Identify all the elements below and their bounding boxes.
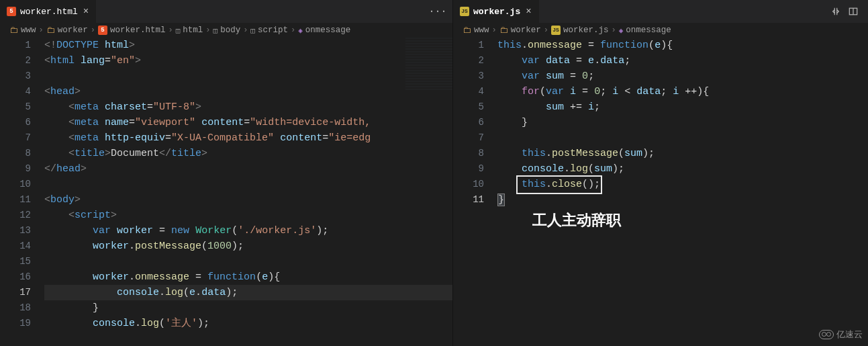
folder-icon: 🗀 (499, 26, 508, 36)
tab-label: worker.html (20, 7, 78, 17)
crumb[interactable]: worker (511, 26, 541, 35)
watermark-text: 亿速云 (836, 329, 863, 341)
crumb[interactable]: body (220, 26, 240, 35)
crumb[interactable]: html (183, 26, 203, 35)
chevron-right-icon: › (91, 26, 95, 35)
symbol-icon: ◫ (250, 26, 255, 35)
tab-actions: ··· (428, 0, 447, 23)
tab-label: worker.js (473, 7, 520, 17)
minimap[interactable] (405, 38, 452, 91)
code-editor[interactable]: 1234 5678 9101112 13141516 171819 <!DOCT… (0, 38, 452, 346)
breadcrumbs[interactable]: 🗀 www › 🗀 worker › JS worker.js › ◈ onme… (453, 23, 868, 38)
chevron-right-icon: › (492, 26, 497, 35)
annotation-label: 工人主动辞职 (532, 212, 621, 228)
chevron-right-icon: › (205, 26, 210, 35)
tab-actions (826, 0, 863, 23)
crumb[interactable]: worker.js (563, 26, 609, 35)
split-icon[interactable] (848, 6, 859, 17)
crumb[interactable]: worker.html (110, 26, 166, 35)
symbol-icon: ◫ (176, 26, 181, 35)
folder-icon: 🗀 (46, 26, 55, 36)
tab-bar: JS worker.js × (453, 0, 868, 23)
method-icon: ◈ (619, 26, 624, 35)
tab-worker-html[interactable]: 5 worker.html × (0, 0, 96, 23)
editor-pane-right: JS worker.js × 🗀 www › 🗀 worker › JS wor… (453, 0, 868, 346)
folder-icon: 🗀 (463, 26, 471, 36)
js-icon: JS (460, 7, 469, 16)
line-gutter: 1234 5678 9101112 13141516 171819 (0, 38, 44, 346)
watermark: 亿速云 (819, 329, 863, 341)
chevron-right-icon: › (611, 26, 616, 35)
code-editor[interactable]: 1234 5678 91011 this.onmessage = functio… (453, 38, 868, 346)
tab-worker-js[interactable]: JS worker.js × (453, 0, 539, 23)
close-icon[interactable]: × (526, 6, 531, 17)
folder-icon: 🗀 (9, 26, 18, 36)
chevron-right-icon: › (168, 26, 173, 35)
crumb[interactable]: onmessage (626, 26, 671, 35)
method-icon: ◈ (298, 26, 303, 35)
symbol-icon: ◫ (213, 26, 218, 35)
chevron-right-icon: › (243, 26, 248, 35)
crumb[interactable]: www (21, 26, 36, 35)
tab-bar: 5 worker.html × ··· (0, 0, 452, 23)
code-content[interactable]: <!DOCTYPE html> <html lang="en"> <head> … (44, 38, 452, 346)
crumb[interactable]: onmessage (305, 26, 351, 35)
html-icon: 5 (7, 7, 16, 16)
crumb[interactable]: www (474, 26, 489, 35)
crumb[interactable]: worker (58, 26, 88, 35)
chevron-right-icon: › (544, 26, 548, 35)
chevron-right-icon: › (291, 26, 295, 35)
close-icon[interactable]: × (83, 6, 89, 17)
html-icon: 5 (98, 26, 107, 35)
more-icon[interactable]: ··· (432, 6, 443, 17)
code-content[interactable]: this.onmessage = function(e){ var data =… (497, 38, 868, 346)
js-icon: JS (551, 26, 561, 35)
line-gutter: 1234 5678 91011 (453, 38, 497, 346)
crumb[interactable]: script (258, 26, 288, 35)
editor-pane-left: 5 worker.html × ··· 🗀 www › 🗀 worker › 5… (0, 0, 453, 346)
breadcrumbs[interactable]: 🗀 www › 🗀 worker › 5 worker.html › ◫ htm… (0, 23, 452, 38)
compare-icon[interactable] (830, 6, 841, 17)
watermark-icon (819, 330, 834, 339)
chevron-right-icon: › (39, 26, 44, 35)
